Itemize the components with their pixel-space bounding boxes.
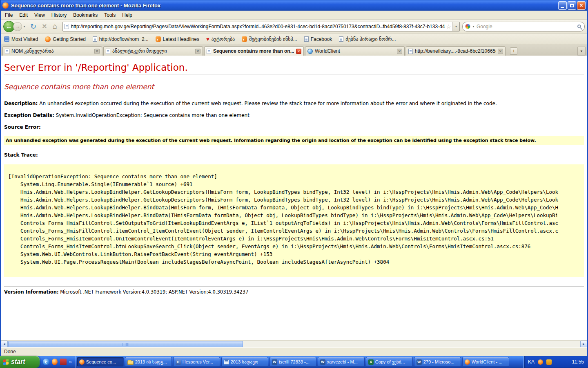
windows-logo-icon: [3, 359, 9, 365]
exception-text: System.InvalidOperationException: Sequen…: [56, 112, 249, 118]
taskbar-button-label: 2013 ის სადგ...: [135, 359, 167, 365]
bookmark-docflow[interactable]: http://docflow/nom_2...: [93, 36, 149, 42]
new-tab-button[interactable]: +: [510, 47, 517, 55]
bookmark-search-personal[interactable]: ძებნა პირადი ნომრ...: [339, 36, 396, 42]
menu-view[interactable]: View: [31, 11, 48, 19]
tab-worldclient[interactable]: WorldClient ×: [305, 46, 405, 56]
menu-help[interactable]: Help: [119, 11, 136, 19]
system-tray: KA 11:55: [523, 356, 588, 368]
bookmark-most-visited[interactable]: Most Visited: [4, 36, 38, 42]
folder-icon: [127, 361, 134, 365]
taskbar-button-label: Hesperus Ver...: [183, 359, 213, 364]
start-button[interactable]: start: [0, 356, 40, 368]
version-text: Microsoft .NET Framework Version:4.0.303…: [60, 289, 248, 295]
language-indicator[interactable]: KA: [528, 359, 535, 365]
tray-firefox-icon[interactable]: [538, 359, 543, 365]
tray-shield-icon[interactable]: [546, 359, 552, 365]
tab-bar: NOM კანცელარია × ანალიტიკური მოდული × Se…: [1, 45, 587, 56]
taskbar-button-sequence[interactable]: Sequence co...: [77, 357, 124, 367]
bookmark-notifications[interactable]: შეტყობინების ინსპ...: [242, 36, 297, 42]
taskbar-button-2013-folder[interactable]: 2013 ის სადგ...: [125, 357, 172, 367]
menu-edit[interactable]: Edit: [16, 11, 31, 19]
tab-label: WorldClient: [315, 48, 395, 54]
stop-icon[interactable]: ×: [42, 22, 47, 31]
taskbar-button-copy-of[interactable]: Copy of ვენბ...: [366, 357, 413, 367]
bookmark-avtoreba[interactable]: ♥ ავტორება: [206, 36, 235, 42]
description-line: Description: An unhandled exception occu…: [4, 101, 584, 106]
menu-file[interactable]: File: [2, 11, 16, 19]
scroll-right-icon[interactable]: ►: [580, 341, 587, 348]
tab-close-icon[interactable]: ×: [397, 49, 402, 54]
list-all-tabs-button[interactable]: ▼: [577, 47, 586, 56]
internet-explorer-icon[interactable]: [43, 359, 49, 365]
taskbar-button-worldclient[interactable]: WorldClient - ...: [462, 357, 509, 367]
tab-analytic-module[interactable]: ანალიტიკური მოდული ×: [103, 46, 203, 56]
google-logo-icon[interactable]: [465, 24, 470, 29]
search-icon[interactable]: [577, 25, 581, 28]
url-dropdown-icon[interactable]: ▼: [452, 22, 459, 31]
tab-close-icon[interactable]: ×: [296, 49, 301, 54]
menu-bookmarks[interactable]: Bookmarks: [70, 11, 101, 19]
taskbar-button-label: 279 - Microso...: [423, 359, 454, 364]
word-icon: [416, 359, 422, 365]
firefox-icon: [79, 359, 85, 365]
bookmark-facebook[interactable]: Facebook: [304, 36, 332, 42]
browser-viewport: Server Error in '/Reporting' Application…: [1, 56, 587, 340]
scroll-left-icon[interactable]: ◄: [1, 341, 8, 348]
history-dropdown-icon[interactable]: ▼: [23, 25, 26, 28]
bookmark-label: Most Visited: [11, 36, 38, 42]
horizontal-scrollbar[interactable]: ◄ ►: [1, 340, 587, 347]
tab-label: NOM კანცელარია: [11, 48, 92, 54]
bookmark-star-icon[interactable]: ☆: [446, 23, 451, 30]
app-launcher-icon[interactable]: [60, 359, 67, 365]
menu-tools[interactable]: Tools: [101, 11, 119, 19]
taskbar-button-hesperus[interactable]: Hesperus Ver...: [173, 357, 220, 367]
menu-history[interactable]: History: [48, 11, 70, 19]
refresh-icon[interactable]: ↻: [30, 22, 36, 31]
bookmarks-toolbar: Most Visited Getting Started http://docf…: [1, 34, 587, 45]
taskbar-button-xarvezebi[interactable]: xarvezebi - M...: [318, 357, 365, 367]
page-icon: [408, 49, 413, 54]
tab-close-icon[interactable]: ×: [195, 49, 200, 54]
forward-button[interactable]: →: [13, 22, 22, 31]
minimize-button[interactable]: [558, 1, 567, 10]
firefox-icon: [465, 359, 470, 365]
url-text[interactable]: http://reporting.moh.gov.ge/Reporting/Pa…: [71, 24, 445, 29]
source-error-box: An unhandled exception was generated dur…: [4, 136, 584, 145]
clock[interactable]: 11:55: [572, 359, 584, 365]
page-title: Server Error in '/Reporting' Application…: [4, 62, 584, 73]
maximize-button[interactable]: [568, 1, 576, 10]
bookmark-label: ავტორება: [212, 36, 235, 42]
taskbar-buttons: Sequence co... 2013 ის სადგ... Hesperus …: [76, 356, 523, 368]
taskbar-button-279[interactable]: 279 - Microso...: [414, 357, 461, 367]
url-bar[interactable]: http://reporting.moh.gov.ge/Reporting/Pa…: [62, 22, 460, 31]
bookmark-getting-started[interactable]: Getting Started: [45, 36, 86, 42]
taskbar-button-label: Sequence co...: [86, 359, 116, 364]
taskbar-button-2013-sadavo[interactable]: 2013 სადავო: [221, 357, 268, 367]
description-text: An unhandled exception occurred during t…: [39, 101, 497, 106]
bookmark-latest-headlines[interactable]: Latest Headlines: [156, 36, 199, 42]
tab-beneficiary[interactable]: http://beneficiary....-8cad-6bc2f10665d0…: [406, 46, 506, 56]
taskbar-button-tserili[interactable]: tserili 72833 -...: [270, 357, 316, 367]
firefox-icon: [45, 36, 51, 42]
tab-sequence-error[interactable]: Sequence contains more than on... ×: [204, 46, 304, 56]
exception-label: Exception Details:: [4, 112, 54, 118]
tab-nom-kancelaria[interactable]: NOM კანცელარია ×: [2, 46, 102, 56]
tab-close-icon[interactable]: ×: [498, 49, 503, 54]
tab-label: http://beneficiary....-8cad-6bc2f10665d0: [415, 48, 496, 54]
page-icon: [93, 36, 97, 42]
quick-launch-overflow-icon[interactable]: »: [69, 359, 72, 365]
bookmark-label: ძებნა პირადი ნომრ...: [345, 36, 396, 42]
firefox-launcher-icon[interactable]: [52, 359, 58, 365]
start-label: start: [11, 358, 25, 366]
search-engine-dropdown-icon[interactable]: ▼: [472, 25, 475, 28]
taskbar-button-label: Copy of ვენბ...: [375, 359, 405, 365]
close-button[interactable]: ×: [577, 1, 586, 10]
search-input[interactable]: Google: [477, 24, 577, 29]
tab-close-icon[interactable]: ×: [94, 49, 100, 54]
scrollbar-thumb[interactable]: [8, 341, 243, 347]
search-bar[interactable]: ▼ Google: [462, 22, 585, 31]
status-bar: Done: [1, 347, 587, 356]
home-icon[interactable]: ⌂: [53, 22, 57, 31]
page-icon: [304, 36, 309, 42]
